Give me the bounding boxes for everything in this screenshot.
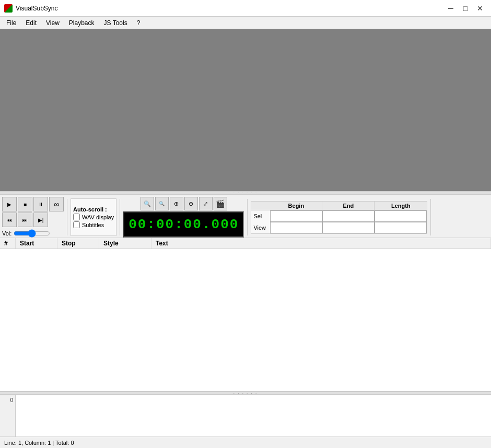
film-button[interactable]: 🎬	[214, 197, 227, 210]
close-button[interactable]: ✕	[473, 3, 487, 14]
waveform-canvas[interactable]	[16, 395, 491, 437]
col-start-header: Start	[16, 238, 57, 249]
waveform-number: 0	[10, 397, 13, 403]
sel-label: Sel	[251, 212, 270, 220]
zoom-row: 🔍 🔍 ⊕ ⊖ ⤢ 🎬	[141, 197, 227, 210]
view-end-input[interactable]	[322, 222, 375, 233]
sel-begin-input[interactable]	[270, 210, 322, 222]
subtitles-checkbox-row[interactable]: Subtitles	[73, 221, 114, 228]
auto-scroll-label: Auto-scroll :	[73, 206, 114, 213]
next-button[interactable]: ⏭	[18, 213, 32, 227]
status-bar: Line: 1, Column: 1 | Total: 0	[0, 437, 491, 448]
title-bar-left: VisualSubSync	[4, 4, 58, 13]
bel-view-row: View	[251, 222, 427, 233]
menu-bar: FileEditViewPlaybackJS Tools?	[0, 17, 491, 29]
zoom-group: 🔍 🔍 ⊕ ⊖ ⤢ 🎬 00:00:00.000	[123, 197, 244, 238]
sep1	[67, 199, 67, 235]
pause-button[interactable]: ⏸	[33, 197, 48, 211]
zoom-in2-button[interactable]: ⊕	[170, 197, 183, 210]
view-length-input[interactable]	[375, 222, 427, 233]
subtitle-list[interactable]: # Start Stop Style Text	[0, 238, 491, 392]
sep3	[247, 199, 248, 235]
status-text: Line: 1, Column: 1 | Total: 0	[4, 440, 74, 446]
zoom-fit-button[interactable]: ⤢	[199, 197, 213, 210]
begin-header: Begin	[270, 202, 322, 210]
bel-header: Begin End Length	[251, 202, 427, 210]
vol-label: Vol:	[2, 230, 11, 237]
title-bar-controls: ─ □ ✕	[444, 3, 487, 14]
col-stop-header: Stop	[57, 238, 99, 249]
menu-item-file[interactable]: File	[2, 18, 20, 28]
play-button[interactable]: ▶	[2, 197, 17, 211]
view-begin-input[interactable]	[270, 222, 322, 233]
maximize-button[interactable]: □	[459, 3, 472, 14]
sep4	[430, 199, 431, 235]
waveform-numbers: 0	[0, 395, 16, 437]
col-text-header: Text	[151, 238, 491, 249]
menu-item-playback[interactable]: Playback	[65, 18, 99, 28]
length-header: Length	[375, 202, 427, 210]
end-button[interactable]: ▶|	[33, 213, 48, 227]
zoom-out2-button[interactable]: ⊖	[184, 197, 198, 210]
controls-bar: ▶ ■ ⏸ ∞ ⏮ ⏭ ▶| Vol: Auto-scroll : WAV di…	[0, 194, 491, 238]
end-header: End	[322, 202, 375, 210]
volume-slider[interactable]	[14, 229, 50, 238]
prev-button[interactable]: ⏮	[2, 213, 17, 227]
zoom-in-button[interactable]: 🔍	[141, 197, 154, 210]
stop-button[interactable]: ■	[18, 197, 32, 211]
waveform-area: 0	[0, 395, 491, 437]
col-style-header: Style	[99, 238, 151, 249]
options-group: Auto-scroll : WAV display Subtitles	[71, 198, 116, 236]
transport-group: ▶ ■ ⏸ ∞ ⏮ ⏭ ▶| Vol:	[2, 197, 64, 238]
transport-row-bottom: ⏮ ⏭ ▶|	[2, 213, 64, 227]
vol-row: Vol:	[2, 229, 64, 238]
app-title: VisualSubSync	[16, 5, 58, 12]
bel-sel-row: Sel	[251, 210, 427, 222]
zoom-out-button[interactable]: 🔍	[155, 197, 169, 210]
sel-length-input[interactable]	[375, 210, 427, 222]
wav-display-checkbox[interactable]	[73, 214, 80, 220]
sep2	[120, 199, 120, 235]
menu-item-?[interactable]: ?	[133, 18, 145, 28]
minimize-button[interactable]: ─	[444, 3, 458, 14]
loop-button[interactable]: ∞	[49, 197, 64, 211]
menu-item-edit[interactable]: Edit	[21, 18, 41, 28]
wav-display-checkbox-row[interactable]: WAV display	[73, 214, 114, 220]
list-header: # Start Stop Style Text	[0, 238, 491, 249]
menu-item-view[interactable]: View	[42, 18, 64, 28]
sel-end-input[interactable]	[322, 210, 375, 222]
menu-item-js-tools[interactable]: JS Tools	[100, 18, 132, 28]
title-bar: VisualSubSync ─ □ ✕	[0, 0, 491, 17]
app-icon	[4, 4, 13, 13]
subtitles-label: Subtitles	[82, 222, 104, 228]
transport-row-top: ▶ ■ ⏸ ∞	[2, 197, 64, 211]
wav-display-label: WAV display	[82, 214, 114, 220]
video-area	[0, 29, 491, 191]
view-label: View	[251, 223, 270, 232]
subtitles-checkbox[interactable]	[73, 221, 80, 228]
col-num-header: #	[0, 238, 16, 249]
time-display: 00:00:00.000	[123, 211, 244, 238]
bel-section: Begin End Length Sel View	[251, 201, 427, 234]
